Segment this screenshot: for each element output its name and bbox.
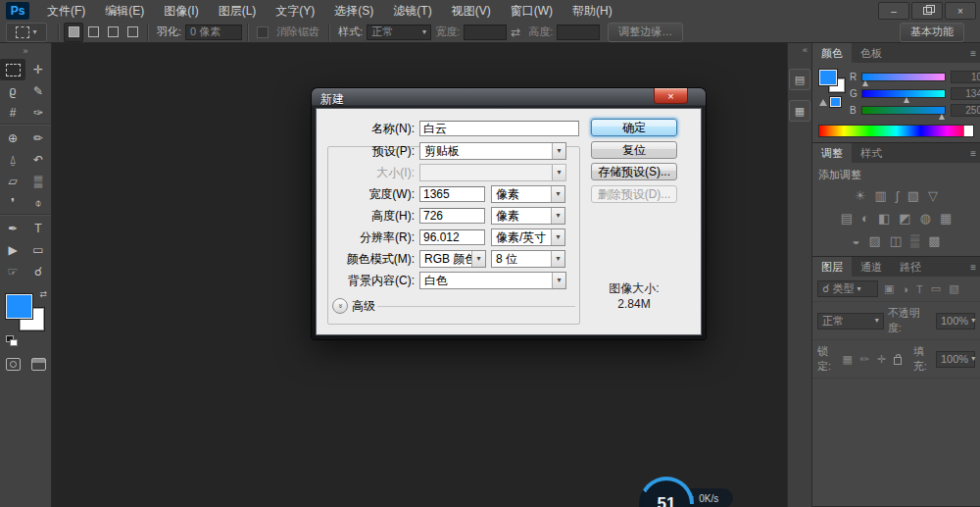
photo-filter-icon[interactable]: ◩ bbox=[899, 211, 910, 226]
selective-color-icon[interactable]: ▩ bbox=[928, 233, 940, 248]
new-selection-mode-icon[interactable] bbox=[64, 23, 83, 42]
width-input[interactable] bbox=[419, 186, 485, 202]
color-balance-icon[interactable]: ◐ bbox=[861, 211, 869, 226]
slider-thumb[interactable] bbox=[904, 97, 909, 103]
gradient-tool-icon[interactable]: ▒ bbox=[25, 171, 51, 192]
lock-image-icon[interactable]: ✏ bbox=[860, 353, 869, 366]
properties-panel-icon[interactable]: ▦ bbox=[789, 100, 810, 122]
menu-layer[interactable]: 图层(L) bbox=[209, 0, 267, 22]
pen-tool-icon[interactable]: ✒ bbox=[0, 218, 25, 239]
refine-edge-button[interactable]: 调整边缘… bbox=[608, 23, 683, 42]
posterize-icon[interactable]: ▨ bbox=[868, 233, 880, 248]
crop-tool-icon[interactable]: # bbox=[0, 102, 25, 124]
levels-icon[interactable]: ▥ bbox=[875, 188, 887, 203]
default-colors-icon[interactable] bbox=[6, 335, 18, 346]
red-value[interactable]: 10 bbox=[951, 71, 980, 83]
brush-tool-icon[interactable]: ✏ bbox=[25, 127, 51, 149]
intersect-selection-mode-icon[interactable] bbox=[122, 23, 142, 42]
pixel-layer-filter-icon[interactable]: ▣ bbox=[884, 282, 894, 295]
clone-stamp-tool-icon[interactable]: ⍙ bbox=[0, 149, 25, 171]
white-swatch-cap[interactable] bbox=[963, 126, 973, 136]
workspace-switcher-button[interactable]: 基本功能 bbox=[900, 23, 964, 42]
slider-thumb[interactable] bbox=[939, 114, 945, 120]
menu-view[interactable]: 视图(V) bbox=[442, 0, 501, 22]
minimize-icon[interactable]: – bbox=[878, 2, 909, 20]
blur-tool-icon[interactable]: ❜ bbox=[0, 192, 25, 214]
save-preset-button[interactable]: 存储预设(S)... bbox=[591, 163, 677, 180]
height-input[interactable] bbox=[419, 208, 485, 224]
move-tool-icon[interactable]: ✛ bbox=[25, 59, 51, 80]
fill-dropdown[interactable]: 100% ▾ bbox=[936, 351, 975, 368]
reset-button[interactable]: 复位 bbox=[591, 141, 677, 159]
resolution-input[interactable] bbox=[419, 229, 485, 245]
swap-dimensions-icon[interactable]: ⇄ bbox=[511, 25, 520, 39]
dodge-tool-icon[interactable]: ⌽ bbox=[25, 192, 51, 214]
background-contents-dropdown[interactable]: 白色 ▾ bbox=[419, 272, 566, 289]
eyedropper-tool-icon[interactable]: ✑ bbox=[25, 102, 51, 124]
panel-menu-icon[interactable]: ≡ bbox=[970, 143, 980, 163]
feather-input[interactable]: 0 像素 bbox=[185, 25, 242, 40]
panel-menu-icon[interactable]: ≡ bbox=[970, 257, 980, 277]
rectangular-marquee-tool-icon[interactable] bbox=[0, 59, 25, 80]
rectangle-tool-icon[interactable]: ▭ bbox=[25, 239, 51, 261]
green-value[interactable]: 134 bbox=[951, 87, 980, 100]
curves-icon[interactable]: ʃ bbox=[896, 188, 899, 203]
shape-layer-filter-icon[interactable]: ▭ bbox=[931, 282, 941, 295]
quick-mask-icon[interactable] bbox=[0, 353, 25, 375]
menu-type[interactable]: 文字(Y) bbox=[266, 0, 324, 22]
blue-slider[interactable] bbox=[861, 106, 946, 115]
antialias-checkbox[interactable] bbox=[257, 26, 269, 38]
history-panel-icon[interactable]: ▤ bbox=[789, 69, 810, 90]
threshold-icon[interactable]: ◫ bbox=[890, 233, 902, 248]
tab-layers[interactable]: 图层 bbox=[812, 257, 852, 277]
layers-list-empty-area[interactable] bbox=[812, 379, 980, 506]
hue-saturation-icon[interactable]: ▤ bbox=[841, 211, 853, 226]
color-lookup-icon[interactable]: ▦ bbox=[940, 211, 952, 226]
black-white-icon[interactable]: ◧ bbox=[878, 211, 890, 226]
tab-styles[interactable]: 样式 bbox=[852, 143, 891, 163]
menu-image[interactable]: 图像(I) bbox=[154, 0, 208, 22]
gamut-warning-icon[interactable] bbox=[819, 99, 827, 106]
brightness-contrast-icon[interactable]: ☀ bbox=[855, 188, 866, 203]
gradient-map-icon[interactable]: ▒ bbox=[910, 233, 919, 248]
height-unit-dropdown[interactable]: 像素 ▾ bbox=[491, 207, 565, 225]
ok-button[interactable]: 确定 bbox=[591, 119, 677, 136]
lasso-tool-icon[interactable]: ϱ bbox=[0, 80, 25, 102]
panel-menu-icon[interactable]: ≡ bbox=[970, 43, 980, 63]
tab-adjustments[interactable]: 调整 bbox=[812, 143, 852, 163]
width-input[interactable] bbox=[464, 25, 507, 40]
close-icon[interactable]: × bbox=[945, 2, 976, 20]
style-dropdown[interactable]: 正常 ▾ bbox=[367, 25, 431, 40]
slider-thumb[interactable] bbox=[862, 80, 868, 86]
subtract-selection-mode-icon[interactable] bbox=[103, 23, 122, 42]
blue-value[interactable]: 250 bbox=[951, 104, 980, 117]
restore-icon[interactable] bbox=[911, 2, 943, 20]
green-slider[interactable] bbox=[861, 89, 946, 98]
bit-depth-dropdown[interactable]: 8 位 ▾ bbox=[491, 250, 565, 268]
name-input[interactable] bbox=[419, 121, 579, 136]
opacity-dropdown[interactable]: 100% ▾ bbox=[936, 313, 975, 330]
height-input[interactable] bbox=[557, 25, 600, 40]
add-selection-mode-icon[interactable] bbox=[83, 23, 103, 42]
width-unit-dropdown[interactable]: 像素 ▾ bbox=[491, 185, 565, 203]
menu-help[interactable]: 帮助(H) bbox=[563, 0, 622, 22]
menu-window[interactable]: 窗口(W) bbox=[501, 0, 563, 22]
lock-transparency-icon[interactable]: ▦ bbox=[842, 353, 852, 366]
tab-color[interactable]: 颜色 bbox=[812, 43, 852, 63]
vibrance-icon[interactable]: ▽ bbox=[928, 188, 938, 203]
dialog-close-icon[interactable]: × bbox=[654, 88, 688, 104]
quick-selection-tool-icon[interactable]: ✎ bbox=[25, 80, 51, 102]
tool-preset-picker[interactable]: ▾ bbox=[6, 23, 47, 42]
screen-mode-icon[interactable] bbox=[25, 353, 51, 375]
lock-position-icon[interactable]: ✛ bbox=[877, 353, 886, 366]
path-selection-tool-icon[interactable]: ▶ bbox=[0, 239, 25, 261]
blend-mode-dropdown[interactable]: 正常 ▾ bbox=[817, 313, 884, 330]
zoom-tool-icon[interactable]: ☌ bbox=[25, 261, 51, 282]
invert-icon[interactable]: ◒ bbox=[853, 233, 860, 248]
preset-dropdown[interactable]: 剪贴板 ▾ bbox=[419, 142, 566, 160]
menu-select[interactable]: 选择(S) bbox=[324, 0, 383, 22]
color-spectrum-ramp[interactable] bbox=[818, 125, 974, 137]
lock-all-icon[interactable] bbox=[894, 357, 901, 365]
advanced-expander-icon[interactable]: » bbox=[332, 298, 348, 314]
red-slider[interactable] bbox=[861, 73, 946, 81]
